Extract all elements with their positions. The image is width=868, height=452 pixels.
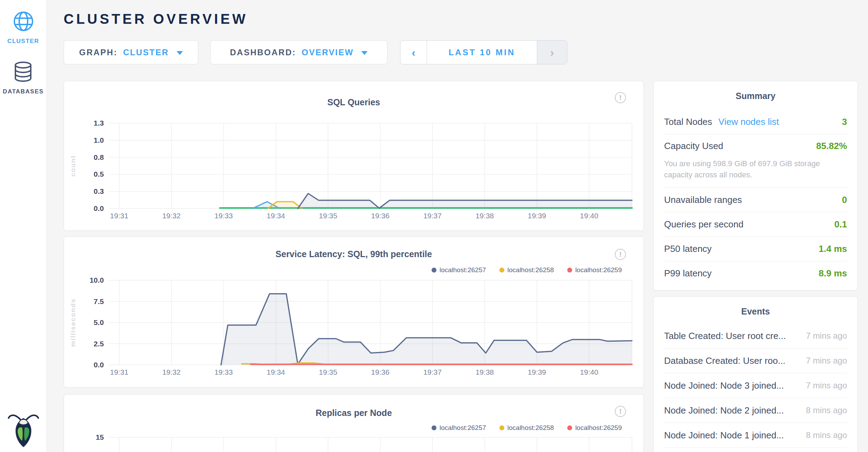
svg-text:19:37: 19:37 bbox=[423, 212, 442, 220]
graph-dropdown-label: GRAPH: bbox=[79, 48, 118, 57]
summary-row-queries-per-second: Queries per second 0.1 bbox=[664, 212, 847, 236]
side-column: Summary Total Nodes View nodes list 3 Ca… bbox=[653, 81, 858, 452]
svg-text:19:32: 19:32 bbox=[162, 368, 181, 376]
cockroachdb-admin-ui: CLUSTER DATABASES bbox=[0, 0, 868, 452]
chevron-down-icon bbox=[361, 51, 368, 55]
summary-rows: Total Nodes View nodes list 3 Capacity U… bbox=[664, 110, 847, 285]
event-row: Node Joined: Node 3 joined... 7 mins ago bbox=[664, 373, 847, 398]
summary-value: 0.1 bbox=[834, 219, 847, 230]
svg-text:19:33: 19:33 bbox=[214, 368, 233, 376]
svg-text:0.3: 0.3 bbox=[94, 187, 104, 195]
event-row: Table Created: User root cre... 7 mins a… bbox=[664, 324, 847, 348]
time-range-label[interactable]: LAST 10 MIN bbox=[427, 41, 537, 64]
svg-text:19:31: 19:31 bbox=[110, 212, 129, 220]
panel-title: Events bbox=[664, 297, 847, 317]
globe-icon bbox=[13, 10, 34, 34]
svg-text:5.0: 5.0 bbox=[94, 318, 104, 326]
svg-text:19:35: 19:35 bbox=[319, 212, 337, 220]
chevron-down-icon bbox=[177, 51, 183, 55]
dashboard-content: SQL Queries 19:3119:3219:3319:3419:3519:… bbox=[64, 81, 858, 452]
sidebar-item-label: DATABASES bbox=[3, 88, 44, 95]
service-latency-card: Service Latency: SQL, 99th percentile lo… bbox=[64, 236, 644, 388]
dashboard-dropdown[interactable]: DASHBOARD: OVERVIEW bbox=[210, 40, 387, 64]
svg-text:19:40: 19:40 bbox=[580, 368, 598, 376]
replicas-per-node-card: Replicas per Node localhost:26257 localh… bbox=[64, 394, 644, 452]
sql-queries-card: SQL Queries 19:3119:3219:3319:3419:3519:… bbox=[64, 81, 644, 231]
sidebar: CLUSTER DATABASES bbox=[0, 0, 47, 452]
svg-text:19:34: 19:34 bbox=[266, 368, 285, 376]
svg-text:15: 15 bbox=[96, 433, 104, 441]
svg-text:1.3: 1.3 bbox=[94, 119, 104, 127]
replicas-per-node-chart[interactable]: 19:3119:3219:3319:3419:3519:3619:3719:38… bbox=[64, 395, 643, 452]
graph-dropdown[interactable]: GRAPH: CLUSTER bbox=[64, 40, 198, 64]
sidebar-item-cluster[interactable]: CLUSTER bbox=[7, 10, 39, 45]
summary-row-p99-latency: P99 latency 8.9 ms bbox=[664, 261, 847, 285]
summary-row-p50-latency: P50 latency 1.4 ms bbox=[664, 236, 847, 261]
svg-text:19:35: 19:35 bbox=[319, 368, 337, 376]
svg-text:0.0: 0.0 bbox=[94, 361, 104, 369]
controls-bar: GRAPH: CLUSTER DASHBOARD: OVERVIEW ‹ LAS… bbox=[64, 40, 858, 64]
svg-text:0.0: 0.0 bbox=[94, 204, 104, 212]
svg-text:19:36: 19:36 bbox=[371, 368, 390, 376]
capacity-subtext: You are using 598.9 GiB of 697.9 GiB sto… bbox=[664, 158, 847, 181]
graph-dropdown-value: CLUSTER bbox=[123, 48, 169, 57]
event-row: Node Joined: Node 2 joined... 8 mins ago bbox=[664, 398, 847, 423]
summary-row-capacity-used: Capacity Used 85.82% You are using 598.9… bbox=[664, 134, 847, 188]
svg-text:19:39: 19:39 bbox=[528, 212, 546, 220]
summary-value: 8.9 ms bbox=[819, 268, 847, 279]
summary-value: 1.4 ms bbox=[819, 243, 847, 254]
svg-text:19:39: 19:39 bbox=[528, 368, 546, 376]
svg-text:1.0: 1.0 bbox=[94, 136, 104, 144]
svg-text:19:33: 19:33 bbox=[214, 212, 233, 220]
time-back-button[interactable]: ‹ bbox=[400, 41, 427, 64]
page-title: CLUSTER OVERVIEW bbox=[64, 10, 858, 27]
svg-text:19:34: 19:34 bbox=[266, 212, 285, 220]
time-forward-button[interactable]: › bbox=[537, 41, 567, 64]
dashboard-dropdown-label: DASHBOARD: bbox=[230, 48, 296, 57]
summary-value: 0 bbox=[842, 195, 847, 205]
svg-text:12: 12 bbox=[96, 450, 104, 452]
dashboard-dropdown-value: OVERVIEW bbox=[302, 48, 354, 57]
charts-column: SQL Queries 19:3119:3219:3319:3419:3519:… bbox=[64, 81, 644, 452]
svg-text:7.5: 7.5 bbox=[94, 297, 104, 305]
event-row: Database Created: User roo... 7 mins ago bbox=[664, 348, 847, 373]
summary-row-total-nodes: Total Nodes View nodes list 3 bbox=[664, 110, 847, 134]
time-range-picker: ‹ LAST 10 MIN › bbox=[400, 40, 567, 64]
events-panel: Events Table Created: User root cre... 7… bbox=[653, 296, 858, 452]
svg-text:count: count bbox=[69, 155, 77, 177]
svg-text:19:38: 19:38 bbox=[476, 212, 494, 220]
summary-value: 85.82% bbox=[816, 141, 847, 151]
svg-text:19:36: 19:36 bbox=[371, 212, 390, 220]
summary-row-unavailable-ranges: Unavailable ranges 0 bbox=[664, 188, 847, 212]
svg-text:19:37: 19:37 bbox=[423, 368, 442, 376]
sidebar-item-label: CLUSTER bbox=[7, 38, 39, 45]
sql-queries-chart[interactable]: 19:3119:3219:3319:3419:3519:3619:3719:38… bbox=[64, 81, 643, 229]
svg-text:0.5: 0.5 bbox=[94, 170, 104, 178]
cockroach-logo bbox=[7, 411, 40, 449]
svg-text:19:40: 19:40 bbox=[580, 212, 598, 220]
svg-text:19:38: 19:38 bbox=[476, 368, 494, 376]
panel-title: Summary bbox=[664, 81, 847, 101]
event-row: Node Joined: Node 1 joined... 8 mins ago bbox=[664, 423, 847, 448]
summary-panel: Summary Total Nodes View nodes list 3 Ca… bbox=[653, 81, 858, 290]
svg-text:10.0: 10.0 bbox=[90, 276, 104, 284]
events-list: Table Created: User root cre... 7 mins a… bbox=[664, 324, 847, 448]
sidebar-item-databases[interactable]: DATABASES bbox=[3, 61, 44, 95]
svg-text:19:32: 19:32 bbox=[162, 212, 181, 220]
main-content: CLUSTER OVERVIEW GRAPH: CLUSTER DASHBOAR… bbox=[47, 0, 868, 452]
view-nodes-list-link[interactable]: View nodes list bbox=[718, 116, 779, 127]
svg-text:milliseconds: milliseconds bbox=[69, 298, 77, 347]
databases-icon bbox=[13, 61, 33, 84]
svg-text:0.8: 0.8 bbox=[94, 153, 104, 161]
summary-value: 3 bbox=[842, 116, 847, 127]
svg-text:2.5: 2.5 bbox=[94, 340, 104, 348]
svg-text:19:31: 19:31 bbox=[110, 368, 129, 376]
service-latency-chart[interactable]: 19:3119:3219:3319:3419:3519:3619:3719:38… bbox=[64, 237, 643, 384]
